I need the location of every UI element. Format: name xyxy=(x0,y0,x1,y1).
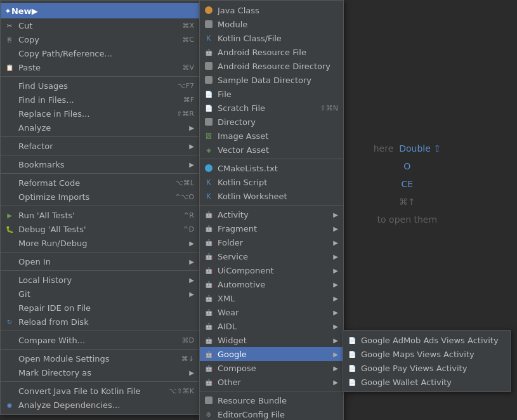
android-resource-dir-label: Android Resource Directory xyxy=(218,62,338,71)
kotlin-worksheet-item[interactable]: K Kotlin Worksheet xyxy=(200,189,343,203)
sep9 xyxy=(1,349,199,350)
other-item[interactable]: 🤖 Other ▶ xyxy=(200,375,343,389)
aidl-item[interactable]: 🤖 AIDL ▶ xyxy=(200,319,343,333)
find-usages-shortcut: ⌥F7 xyxy=(178,82,194,90)
run-icon: ▶ xyxy=(4,210,15,220)
run-tests-shortcut: ^R xyxy=(183,211,194,220)
scratch-file-item[interactable]: 📄 Scratch File ⇧⌘N xyxy=(200,101,343,115)
activity-item[interactable]: 🤖 Activity ▶ xyxy=(200,207,343,221)
analyze-label: Analyze xyxy=(18,123,189,133)
widget-item[interactable]: 🤖 Widget ▶ xyxy=(200,333,343,347)
analyze-deps-item[interactable]: ◉ Analyze Dependencies... xyxy=(1,398,199,412)
debug-tests-item[interactable]: 🐛 Debug 'All Tests' ^D xyxy=(1,222,199,236)
open-module-item[interactable]: Open Module Settings ⌘↓ xyxy=(1,351,199,365)
debug-tests-label: Debug 'All Tests' xyxy=(18,225,170,234)
sep-m3 xyxy=(200,391,343,391)
android-resource-file-item[interactable]: 🤖 Android Resource File xyxy=(200,45,343,59)
google-arrow: ▶ xyxy=(333,351,338,358)
service-item[interactable]: 🤖 Service ▶ xyxy=(200,249,343,263)
kotlin-script-item[interactable]: K Kotlin Script xyxy=(200,175,343,189)
convert-kotlin-item[interactable]: Convert Java File to Kotlin File ⌥⇧⌘K xyxy=(1,384,199,398)
analyze-item[interactable]: Analyze ▶ xyxy=(1,121,199,135)
git-icon xyxy=(4,289,15,299)
scratch-file-icon: 📄 xyxy=(204,103,214,113)
resource-bundle-item[interactable]: Resource Bundle xyxy=(200,393,343,407)
mark-directory-arrow: ▶ xyxy=(189,369,194,376)
wallet-item[interactable]: 📄 Google Wallet Activity xyxy=(343,375,510,389)
directory-label: Directory xyxy=(218,117,338,127)
google-item[interactable]: 🤖 Google ▶ xyxy=(200,347,343,361)
kotlin-class-item[interactable]: K Kotlin Class/File xyxy=(200,31,343,45)
reformat-shortcut: ⌥⌘L xyxy=(175,179,194,187)
java-class-item[interactable]: Java Class xyxy=(200,3,343,17)
cut-item[interactable]: ✂ Cut ⌘X xyxy=(1,18,199,32)
analyze-deps-icon: ◉ xyxy=(4,400,15,410)
file-item[interactable]: 📄 File xyxy=(200,87,343,101)
admob-item[interactable]: 📄 Google AdMob Ads Views Activity xyxy=(343,333,510,347)
wear-item[interactable]: 🤖 Wear ▶ xyxy=(200,305,343,319)
replace-in-files-item[interactable]: Replace in Files... ⇧⌘R xyxy=(1,107,199,121)
folder-item[interactable]: 🤖 Folder ▶ xyxy=(200,235,343,249)
java-class-icon xyxy=(204,5,214,15)
kotlin-icon: K xyxy=(204,33,214,43)
bookmarks-item[interactable]: Bookmarks ▶ xyxy=(1,157,199,171)
cmakelists-item[interactable]: CMakeLists.txt xyxy=(200,161,343,175)
editorconfig-item[interactable]: ⚙ EditorConfig File xyxy=(200,407,343,420)
more-run-item[interactable]: More Run/Debug ▶ xyxy=(1,236,199,250)
refactor-label: Refactor xyxy=(18,141,189,151)
copy-path-item[interactable]: Copy Path/Reference... xyxy=(1,46,199,60)
compare-with-item[interactable]: Compare With... ⌘D xyxy=(1,333,199,347)
sep7 xyxy=(1,270,199,271)
find-in-files-item[interactable]: Find in Files... ⌘F xyxy=(1,93,199,107)
local-history-item[interactable]: Local History ▶ xyxy=(1,273,199,287)
mark-directory-item[interactable]: Mark Directory as ▶ xyxy=(1,365,199,379)
fragment-item[interactable]: 🤖 Fragment ▶ xyxy=(200,221,343,235)
android-resource-dir-item[interactable]: Android Resource Directory xyxy=(200,59,343,73)
compose-label: Compose xyxy=(218,364,333,373)
module-item[interactable]: Module xyxy=(200,17,343,31)
find-usages-item[interactable]: Find Usages ⌥F7 xyxy=(1,79,199,93)
context-menu-level3: 📄 Google AdMob Ads Views Activity 📄 Goog… xyxy=(343,330,511,392)
admob-icon: 📄 xyxy=(347,335,357,345)
xml-item[interactable]: 🤖 XML ▶ xyxy=(200,291,343,305)
pay-item[interactable]: 📄 Google Pay Views Activity xyxy=(343,361,510,375)
copy-item[interactable]: ⎘ Copy ⌘C xyxy=(1,32,199,46)
run-tests-item[interactable]: ▶ Run 'All Tests' ^R xyxy=(1,208,199,222)
other-arrow: ▶ xyxy=(333,379,338,386)
sample-data-dir-item[interactable]: Sample Data Directory xyxy=(200,73,343,87)
xml-label: XML xyxy=(218,294,333,303)
refactor-item[interactable]: Refactor ▶ xyxy=(1,139,199,153)
automotive-item[interactable]: 🤖 Automotive ▶ xyxy=(200,277,343,291)
android-resource-dir-icon xyxy=(204,61,214,71)
vector-asset-item[interactable]: ◈ Vector Asset xyxy=(200,143,343,157)
resource-bundle-label: Resource Bundle xyxy=(218,396,338,405)
compare-with-label: Compare With... xyxy=(18,336,169,345)
cmakelists-label: CMakeLists.txt xyxy=(218,164,338,173)
uicomponent-item[interactable]: 🤖 UiComponent ▶ xyxy=(200,263,343,277)
replace-in-files-label: Replace in Files... xyxy=(18,109,164,119)
kotlin-script-label: Kotlin Script xyxy=(218,178,338,187)
new-menu-header[interactable]: ✦ New ▶ xyxy=(1,3,199,18)
find-in-files-shortcut: ⌘F xyxy=(183,96,194,104)
sep2 xyxy=(1,136,199,137)
kotlin-script-icon: K xyxy=(204,177,214,187)
sep4 xyxy=(1,173,199,174)
directory-item[interactable]: Directory xyxy=(200,115,343,129)
repair-ide-item[interactable]: Repair IDE on File xyxy=(1,301,199,315)
reformat-item[interactable]: Reformat Code ⌥⌘L xyxy=(1,176,199,190)
reload-disk-item[interactable]: ↻ Reload from Disk xyxy=(1,315,199,329)
sep8 xyxy=(1,331,199,331)
kotlin-class-label: Kotlin Class/File xyxy=(218,34,338,43)
maps-label: Google Maps Views Activity xyxy=(361,350,505,359)
scratch-file-label: Scratch File xyxy=(218,103,308,113)
file-label: File xyxy=(218,89,338,99)
optimize-item[interactable]: Optimize Imports ^⌥O xyxy=(1,190,199,204)
mark-directory-label: Mark Directory as xyxy=(18,368,189,377)
git-item[interactable]: Git ▶ xyxy=(1,287,199,301)
context-menu-level1: ✦ New ▶ ✂ Cut ⌘X ⎘ Copy ⌘C Copy Path/Ref… xyxy=(0,0,200,415)
open-in-item[interactable]: Open In ▶ xyxy=(1,254,199,268)
compose-item[interactable]: 🤖 Compose ▶ xyxy=(200,361,343,375)
maps-item[interactable]: 📄 Google Maps Views Activity xyxy=(343,347,510,361)
paste-item[interactable]: 📋 Paste ⌘V xyxy=(1,60,199,74)
image-asset-item[interactable]: 🖼 Image Asset xyxy=(200,129,343,143)
